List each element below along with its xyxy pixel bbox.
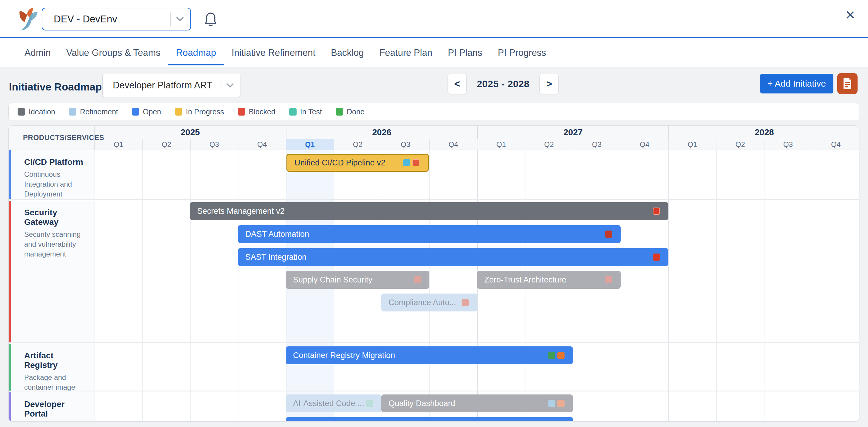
quarter-cell: Q4 [812, 139, 859, 150]
legend-label: Blocked [249, 108, 275, 116]
tab-initiative-refinement[interactable]: Initiative Refinement [224, 38, 323, 67]
badge-group [605, 230, 612, 238]
products-services-header: PRODUCTS/SERVICES [9, 126, 95, 150]
chevron-down-icon [176, 17, 184, 22]
app-logo-icon [17, 6, 39, 32]
legend-label: Refinement [80, 108, 118, 116]
project-selector[interactable]: DEV - DevEnv [42, 8, 191, 30]
legend-item-done: Done [336, 108, 365, 116]
quarter-cell: Q4 [429, 139, 477, 150]
product-name: Security Gateway [9, 201, 95, 227]
project-selector-value: DEV - DevEnv [42, 13, 170, 25]
product-cell: CI/CD Platform Continuous Integration an… [9, 150, 95, 199]
timeline-header: PRODUCTS/SERVICES 2025 2026 2027 2028 Q1… [9, 126, 859, 150]
product-name: Developer Portal [9, 392, 95, 419]
tab-pi-progress[interactable]: PI Progress [490, 38, 554, 67]
range-prev-button[interactable]: < [447, 74, 467, 94]
quarter-row: Q1 Q2 Q3 Q4 Q1 Q2 Q3 Q4 Q1 Q2 Q3 Q4 Q1 Q… [95, 139, 859, 150]
tab-backlog[interactable]: Backlog [323, 38, 371, 67]
product-description: Security scanning and vulnerability mana… [9, 227, 95, 259]
tab-feature-plan[interactable]: Feature Plan [371, 38, 440, 67]
done-badge-icon [548, 352, 555, 359]
divider [221, 79, 222, 92]
initiative-bar-supply-chain-security[interactable]: Supply Chain Security [286, 271, 429, 289]
range-next-button[interactable]: > [539, 74, 559, 94]
quarter-cell: Q1 [95, 139, 142, 150]
initiative-label: Quality Dashboard [381, 399, 548, 408]
badge-group [366, 400, 373, 407]
report-button[interactable] [837, 73, 858, 94]
product-accent-bar [9, 344, 11, 391]
quarter-cell: Q2 [334, 139, 381, 150]
tab-admin[interactable]: Admin [17, 38, 59, 67]
initiative-bar-unified-cicd-pipeline-v2[interactable]: Unified CI/CD Pipeline v2 [286, 154, 429, 172]
badge-group [403, 159, 420, 166]
initiative-bar-clipped[interactable] [286, 417, 573, 422]
blocked-badge-icon [653, 207, 660, 215]
badge-group [462, 299, 469, 306]
tab-value-groups-teams[interactable]: Value Groups & Teams [59, 38, 168, 67]
timeline-body: CI/CD Platform Continuous Integration an… [9, 150, 859, 421]
blocked-badge-icon [414, 276, 421, 283]
quarter-cell: Q1 [477, 139, 525, 150]
legend-label: In Progress [186, 108, 224, 116]
badge-group [653, 207, 660, 215]
refinement-swatch [69, 108, 76, 116]
quarter-cell: Q3 [764, 139, 812, 150]
initiative-bar-quality-dashboard[interactable]: Quality Dashboard [381, 395, 573, 412]
add-initiative-button[interactable]: + Add Initiative [760, 74, 833, 93]
quarter-cell: Q2 [716, 139, 764, 150]
initiative-bar-ai-assisted-code[interactable]: AI-Assisted Code ... [286, 395, 382, 412]
page-title: Initiative Roadmap [9, 81, 102, 93]
range-label: 2025 - 2028 [477, 79, 529, 90]
close-icon[interactable]: ✕ [845, 9, 856, 22]
chevron-down-icon [226, 83, 234, 88]
tab-pi-plans[interactable]: PI Plans [440, 38, 490, 67]
top-bar: DEV - DevEnv ✕ [0, 0, 868, 38]
initiative-bar-compliance-auto[interactable]: Compliance Auto... [381, 293, 477, 311]
product-cell: Artifact Registry Package and container … [9, 344, 95, 391]
open-swatch [132, 108, 140, 116]
blocked-badge-icon [462, 299, 469, 306]
initiative-label: DAST Automation [238, 230, 605, 239]
badge-group [548, 352, 564, 359]
blocked-badge-icon [653, 254, 660, 261]
initiative-bar-zero-trust-architecture[interactable]: Zero-Trust Architecture [477, 271, 621, 289]
quarter-cell: Q2 [142, 139, 190, 150]
quarter-cell: Q3 [190, 139, 238, 150]
in-test-badge-icon [403, 159, 410, 166]
in-test-swatch [289, 108, 297, 116]
quarter-cell: Q4 [621, 139, 669, 150]
initiative-label: AI-Assisted Code ... [286, 399, 366, 408]
initiative-bar-secrets-management-v2[interactable]: Secrets Management v2 [190, 202, 669, 220]
initiative-bar-dast-automation[interactable]: DAST Automation [238, 225, 621, 243]
initiative-bar-container-registry-migration[interactable]: Container Registry Migration [286, 346, 573, 364]
tab-bar: Admin Value Groups & Teams Roadmap Initi… [0, 38, 868, 67]
initiative-bar-sast-integration[interactable]: SAST Integration [238, 248, 669, 266]
badge-group [605, 276, 612, 283]
legend-label: Done [347, 108, 365, 116]
legend-item-ideation: Ideation [18, 108, 55, 116]
roadmap-grid: PRODUCTS/SERVICES 2025 2026 2027 2028 Q1… [8, 125, 859, 422]
tab-roadmap[interactable]: Roadmap [168, 38, 224, 67]
year-2028: 2028 [669, 126, 859, 139]
done-swatch [336, 108, 343, 116]
roadmap-toolbar: Initiative Roadmap Developer Platform AR… [0, 69, 868, 104]
badge-group [653, 254, 660, 261]
year-row: 2025 2026 2027 2028 [95, 126, 859, 139]
document-icon [842, 77, 852, 90]
notification-bell-icon[interactable] [205, 12, 217, 27]
product-description: Self-service developer documentation and [9, 419, 95, 422]
year-2027: 2027 [477, 126, 669, 139]
quarter-cell: Q3 [573, 139, 621, 150]
legend-item-open: Open [132, 108, 161, 116]
legend-label: Open [143, 108, 161, 116]
in-progress-badge-icon [557, 352, 564, 359]
year-2026: 2026 [286, 126, 477, 139]
blocked-swatch [238, 108, 245, 116]
art-selector[interactable]: Developer Platform ART [102, 74, 241, 97]
initiative-label: SAST Integration [238, 253, 653, 262]
blocked-badge-icon [605, 276, 612, 283]
date-range-nav: < 2025 - 2028 > [447, 73, 559, 95]
product-row-security-gateway: Security Gateway Security scanning and v… [9, 201, 859, 343]
